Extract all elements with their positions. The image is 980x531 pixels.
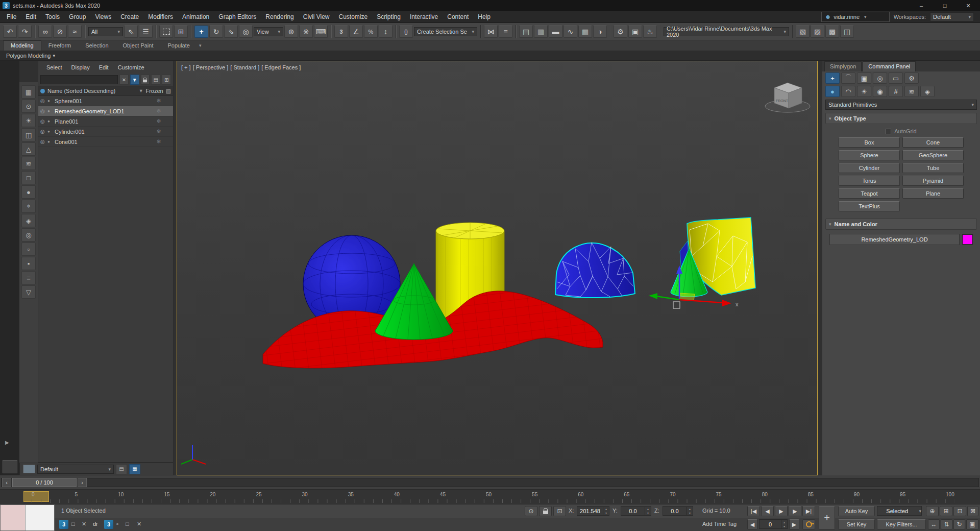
zoom-region-icon[interactable]: ⊠ (967, 506, 978, 516)
mirror-button[interactable]: ⋈ (484, 26, 498, 38)
previous-frame-arrow[interactable]: ‹ (2, 478, 11, 487)
workspace-tool-icon-2[interactable]: ▨ (811, 26, 824, 38)
simplygon-tab[interactable]: Simplygon (824, 61, 862, 71)
explorer-filter-icon[interactable]: ≡ (21, 271, 36, 284)
render-setup-button[interactable]: ⚙ (614, 26, 627, 38)
motion-tab-icon[interactable]: ◎ (873, 73, 887, 84)
object-type-button[interactable]: Torus (839, 176, 900, 186)
snap-toggle-3d-button[interactable]: 3 (334, 26, 348, 38)
next-frame-button[interactable]: ▶ (789, 506, 801, 516)
toggle-ribbon-button[interactable]: ▬ (549, 26, 562, 38)
explorer-filter-icon[interactable]: ● (21, 185, 36, 199)
key-mode-dropdown[interactable]: Selected ▾ (877, 506, 922, 516)
explorer-list-view-icon[interactable]: ▤ (116, 464, 127, 474)
keyboard-shortcut-override-button[interactable]: ⌨ (314, 26, 328, 38)
named-selection-set-dropdown[interactable]: Create Selection Se ▾ (414, 27, 477, 36)
user-account-dropdown[interactable]: ☻ vidar.rinne ▾ (821, 12, 890, 22)
scene-explorer-row[interactable]: ◎ ● Sphere001 ❄ (38, 96, 173, 106)
pan-icon[interactable]: ↔ (928, 519, 940, 529)
rectangular-selection-region-button[interactable] (159, 26, 173, 38)
spinner-icon[interactable]: ▴▾ (603, 507, 609, 515)
bind-to-space-warp-button[interactable]: ≈ (68, 26, 82, 38)
menu-item[interactable]: Tools (41, 11, 64, 22)
perspective-viewport[interactable]: [ + ] [ Perspective ] [ Standard ] [ Edg… (177, 61, 818, 475)
display-tab-icon[interactable]: ▭ (889, 73, 903, 84)
viewport-scene[interactable]: x FRONT (177, 61, 817, 475)
select-and-manipulate-button[interactable]: ※ (299, 26, 313, 38)
time-slider[interactable]: ‹ 0 / 100 › (0, 475, 980, 490)
taskbar-close-icon[interactable]: ✕ (82, 521, 86, 527)
autogrid-checkbox[interactable] (886, 129, 891, 134)
scene-explorer-row[interactable]: ◎ ● Cylinder001 ❄ (38, 127, 173, 137)
explorer-filter-icon[interactable]: ◎ (21, 228, 36, 242)
toggle-scene-explorer-button[interactable]: ▤ (519, 26, 533, 38)
object-type-button[interactable]: Tube (902, 163, 964, 173)
set-key-button[interactable]: Set Key (838, 519, 875, 529)
modify-tab-icon[interactable]: ⌒ (841, 73, 855, 84)
taskbar-doc-label[interactable]: dr (93, 521, 98, 527)
spin-down-icon[interactable]: ▾ (781, 524, 787, 528)
add-time-tag[interactable]: Add Time Tag (702, 521, 737, 527)
render-production-button[interactable]: ♨ (643, 26, 657, 38)
hierarchy-tab-icon[interactable]: ▣ (857, 73, 871, 84)
key-mode-toggle-icon[interactable] (802, 519, 815, 529)
frozen-icon[interactable]: ❄ (146, 108, 171, 114)
create-tab-icon[interactable]: + (825, 73, 840, 84)
object-color-swatch[interactable] (962, 234, 973, 245)
menu-item[interactable]: Group (64, 11, 90, 22)
shapes-category-icon[interactable]: ◠ (841, 86, 855, 97)
rendered-frame-window-button[interactable]: ▣ (628, 26, 642, 38)
viewport-render-preset-menu[interactable]: [ Standard ] (230, 64, 259, 70)
next-frame-arrow[interactable]: › (78, 478, 87, 487)
zoom-extents-icon[interactable]: ⊡ (953, 506, 966, 516)
visibility-icon[interactable]: ◎ (40, 129, 47, 134)
spinner-snap-button[interactable]: ↕ (379, 26, 393, 38)
menu-item[interactable]: Graph Editors (214, 11, 261, 22)
object-type-rollout-header[interactable]: ▾ Object Type (825, 113, 977, 124)
explorer-set-swatch[interactable] (23, 465, 35, 473)
ribbon-tab-populate[interactable]: Populate (160, 41, 197, 51)
maximize-viewport-icon[interactable]: ▣ (966, 519, 978, 529)
explorer-filter-icon[interactable]: ▪ (21, 257, 36, 270)
object-type-button[interactable]: TextPlus (839, 201, 900, 211)
menu-item[interactable]: Content (443, 11, 473, 22)
lock-explorer-icon[interactable] (141, 75, 150, 85)
set-keys-big-button[interactable]: + (819, 506, 835, 529)
frozen-icon[interactable]: ❄ (146, 118, 171, 125)
maximize-button[interactable]: □ (933, 0, 957, 11)
explorer-filter-icon[interactable]: ⌖ (21, 200, 36, 213)
explorer-menu-customize[interactable]: Customize (114, 64, 149, 70)
ribbon-tab-object-paint[interactable]: Object Paint (116, 41, 161, 51)
taskbar-page-icon[interactable]: □ (126, 521, 129, 527)
explorer-filter-icon[interactable]: □ (21, 171, 36, 184)
primitive-category-dropdown[interactable]: Standard Primitives ▾ (825, 100, 977, 110)
percent-snap-button[interactable]: % (364, 26, 378, 38)
command-panel-tab[interactable]: Command Panel (863, 61, 916, 71)
lights-category-icon[interactable]: ☀ (857, 86, 871, 97)
menu-item[interactable]: Create (116, 11, 143, 22)
previous-key-button[interactable]: ◀ (747, 519, 757, 529)
schematic-view-button[interactable]: ▦ (578, 26, 592, 38)
explorer-filter-icon[interactable]: ☀ (21, 114, 36, 127)
frozen-icon[interactable]: ❄ (146, 128, 171, 135)
go-to-end-button[interactable]: ▶| (802, 506, 815, 516)
previous-frame-button[interactable]: ◀ (761, 506, 774, 516)
spin-down-icon[interactable]: ▾ (645, 511, 651, 515)
select-and-move-button[interactable]: + (194, 26, 208, 38)
object-type-button[interactable]: Pyramid (902, 176, 964, 186)
frozen-column-header[interactable]: Frozen (143, 88, 166, 94)
explorer-filter-icon[interactable]: ▫ (21, 243, 36, 256)
selection-filter-dropdown[interactable]: All ▾ (88, 27, 123, 36)
absolute-mode-icon[interactable]: ⊡ (553, 506, 566, 516)
viewport-pov-menu[interactable]: [ Perspective ] (193, 64, 229, 70)
walk-through-icon[interactable]: ⇅ (941, 519, 952, 529)
redo-button[interactable]: ↷ (18, 26, 32, 38)
spinner-icon[interactable]: ▴▾ (687, 507, 693, 515)
time-slider-track[interactable] (1, 478, 979, 487)
spin-up-icon[interactable]: ▴ (645, 507, 651, 511)
workspace-tool-icon-1[interactable]: ▧ (796, 26, 810, 38)
remeshed-geometry-object[interactable] (555, 243, 635, 298)
unlink-selection-button[interactable]: ⊘ (53, 26, 67, 38)
explorer-search-input[interactable] (40, 75, 118, 84)
menu-item[interactable]: Interactive (405, 11, 443, 22)
